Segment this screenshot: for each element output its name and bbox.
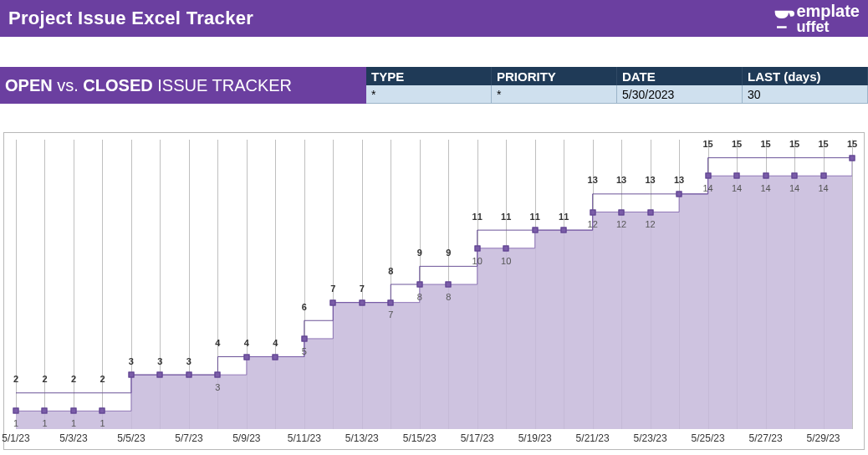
filter-cell-type[interactable]: * — [366, 85, 492, 104]
open-label: 2 — [71, 374, 76, 384]
rest-word: ISSUE TRACKER — [153, 76, 292, 95]
filter-cell-last[interactable]: 30 — [743, 85, 868, 104]
open-label: 4 — [244, 338, 249, 348]
data-marker — [359, 299, 365, 305]
closed-label: 10 — [501, 256, 511, 266]
open-label: 11 — [472, 212, 483, 222]
x-tick-label: 5/21/23 — [576, 432, 610, 444]
open-label: 15 — [789, 139, 799, 149]
data-marker — [128, 372, 134, 378]
open-label: 6 — [302, 302, 307, 312]
filter-head-type: TYPE — [366, 67, 492, 85]
x-tick-label: 5/9/23 — [232, 432, 260, 444]
closed-label: 12 — [588, 219, 598, 229]
data-marker — [100, 408, 105, 414]
data-marker — [619, 209, 625, 215]
open-label: 7 — [360, 284, 365, 294]
open-label: 11 — [501, 212, 511, 222]
x-tick-label: 5/25/23 — [692, 432, 725, 444]
data-marker — [474, 245, 480, 251]
closed-label: 8 — [446, 292, 451, 302]
data-marker — [677, 191, 682, 197]
x-tick-label: 5/23/23 — [634, 432, 667, 444]
filter-cell-date[interactable]: 5/30/2023 — [617, 85, 743, 104]
x-tick-label: 5/3/23 — [59, 432, 87, 444]
closed-label: 10 — [472, 256, 483, 266]
closed-label: 12 — [616, 219, 626, 229]
open-label: 9 — [446, 248, 451, 258]
x-tick-label: 5/5/23 — [117, 432, 145, 444]
closed-word: CLOSED — [83, 76, 152, 95]
data-marker — [416, 282, 422, 288]
closed-label: 7 — [388, 309, 393, 320]
data-marker — [532, 228, 538, 233]
open-label: 2 — [13, 374, 18, 384]
open-label: 7 — [330, 284, 335, 294]
closed-label: 14 — [760, 183, 770, 193]
open-word: OPEN — [5, 76, 53, 95]
open-label: 4 — [273, 338, 278, 348]
svg-marker-0 — [16, 158, 852, 429]
open-label: 13 — [674, 175, 684, 185]
filter-cell-priority[interactable]: * — [492, 85, 617, 104]
x-tick-label: 5/1/23 — [2, 432, 29, 444]
closed-label: 12 — [645, 219, 655, 229]
open-label: 13 — [645, 175, 655, 185]
data-marker — [243, 354, 249, 360]
closed-label: 14 — [818, 183, 828, 193]
open-label: 3 — [129, 356, 134, 366]
data-marker — [157, 372, 163, 378]
closed-label: 1 — [71, 418, 76, 428]
data-marker — [792, 173, 798, 179]
open-label: 15 — [818, 139, 828, 149]
open-label: 11 — [530, 212, 540, 222]
open-label: 3 — [186, 356, 191, 366]
chart-x-axis: 5/1/235/3/235/5/235/7/235/9/235/11/235/1… — [16, 431, 852, 447]
vs-word: vs. — [53, 76, 84, 95]
closed-label: 14 — [789, 183, 799, 193]
open-label: 3 — [157, 356, 162, 366]
open-label: 15 — [847, 139, 857, 149]
data-marker — [330, 299, 336, 305]
data-marker — [763, 173, 768, 179]
gridline — [852, 140, 853, 429]
closed-label: 1 — [13, 418, 18, 428]
closed-label: 8 — [417, 292, 422, 302]
x-tick-label: 5/13/23 — [345, 432, 379, 444]
closed-label: 1 — [42, 418, 47, 428]
x-tick-label: 5/15/23 — [403, 432, 437, 444]
filter-head-last: LAST (days) — [743, 67, 868, 85]
data-marker — [734, 173, 740, 179]
open-label: 15 — [760, 139, 770, 149]
data-marker — [647, 209, 653, 215]
data-marker — [503, 245, 509, 251]
x-tick-label: 5/11/23 — [288, 432, 321, 444]
filter-table: TYPE PRIORITY DATE LAST (days) * * 5/30/… — [366, 67, 868, 104]
page-title: Project Issue Excel Tracker — [8, 8, 253, 29]
data-marker — [820, 173, 826, 179]
closed-label: 5 — [302, 346, 307, 356]
filter-head-priority: PRIORITY — [492, 67, 617, 85]
open-label: 9 — [417, 248, 422, 258]
open-label: 15 — [702, 139, 712, 149]
data-marker — [215, 372, 221, 378]
closed-label: 14 — [732, 183, 742, 193]
cup-icon — [771, 7, 794, 30]
data-marker — [590, 209, 595, 215]
x-tick-label: 5/19/23 — [518, 432, 552, 444]
data-marker — [13, 408, 19, 414]
data-marker — [388, 299, 394, 305]
open-label: 2 — [100, 374, 105, 384]
data-marker — [561, 228, 567, 233]
data-marker — [850, 155, 855, 161]
data-marker — [446, 282, 452, 288]
data-marker — [705, 173, 711, 179]
closed-label: 14 — [702, 183, 712, 193]
chart-container[interactable]: 2222333444677899111111111313131315151515… — [3, 132, 865, 450]
logo-text: emplateuffet — [796, 3, 860, 34]
data-marker — [301, 335, 307, 341]
section-title: OPEN vs. CLOSED ISSUE TRACKER — [0, 67, 366, 104]
x-tick-label: 5/27/23 — [749, 432, 783, 444]
data-marker — [186, 372, 191, 378]
open-label: 4 — [215, 338, 220, 348]
